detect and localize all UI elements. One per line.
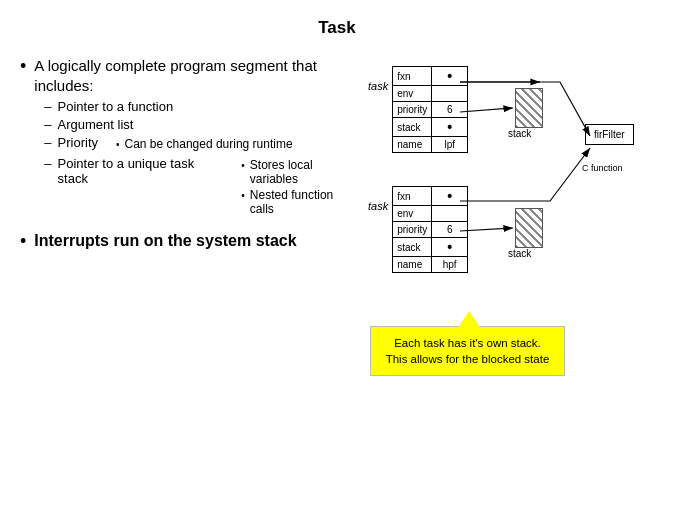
right-column: task fxn • env priority 6 [360, 56, 654, 263]
sub-sub-item-3-1-text: Can be changed during runtime [125, 137, 293, 151]
task1-name-val: lpf [432, 137, 468, 153]
task2-row-name: name hpf [393, 257, 468, 273]
task2-priority-label: priority [393, 222, 432, 238]
task2-fxn-label: fxn [393, 187, 432, 206]
task1-row-name: name lpf [393, 137, 468, 153]
sub-sub-item-3-1: Can be changed during runtime [98, 137, 293, 151]
item-2-text: Interrupts run on the system stack [34, 231, 296, 252]
task2-name-val: hpf [432, 257, 468, 273]
sub-sub-item-4-1-text: Stores local variables [250, 158, 360, 186]
task2-table: fxn • env priority 6 stack [392, 186, 468, 273]
stack1-hatch [515, 88, 543, 128]
sub-item-1-4: Pointer to a unique task stack Stores lo… [34, 156, 360, 218]
sub-item-1-2-text: Argument list [58, 117, 134, 132]
task1-row-env: env [393, 86, 468, 102]
task1-name-label: name [393, 137, 432, 153]
task1-row-stack: stack • [393, 118, 468, 137]
sub-item-1-4-text: Pointer to a unique task stack [58, 156, 224, 186]
task1-priority-label: priority [393, 102, 432, 118]
task1-stack-label: stack [393, 118, 432, 137]
task2-fxn-val: • [432, 187, 468, 206]
fir-box: firFilter [585, 124, 634, 145]
item-1-text: A logically complete program segment tha… [34, 57, 317, 94]
task2-name-label: name [393, 257, 432, 273]
stack1-label: stack [508, 128, 531, 139]
task1-row-priority: priority 6 [393, 102, 468, 118]
stack2-hatch [515, 208, 543, 248]
fir-box-label: firFilter [594, 129, 625, 140]
task2-env-label: env [393, 206, 432, 222]
callout-box: Each task has it's own stack. This allow… [370, 326, 565, 376]
item-1-content: A logically complete program segment tha… [34, 56, 360, 221]
task1-stack-val: • [432, 118, 468, 137]
left-column: • A logically complete program segment t… [20, 56, 360, 263]
task2-label: task [368, 200, 388, 212]
sub-sub-list-3: Can be changed during runtime [98, 137, 293, 153]
task2-stack-label: stack [393, 238, 432, 257]
callout-arrow [457, 311, 481, 329]
stack2-visual [515, 208, 543, 251]
sub-item-1-3-text: Priority [58, 135, 98, 150]
sub-item-1-3: Priority Can be changed during runtime [34, 135, 360, 153]
task1-block: task fxn • env priority 6 [368, 66, 468, 153]
content-area: • A logically complete program segment t… [20, 56, 654, 263]
task2-row-fxn: fxn • [393, 187, 468, 206]
list-item-2: • Interrupts run on the system stack [20, 231, 360, 253]
task1-table: fxn • env priority 6 stack [392, 66, 468, 153]
sub-list-1: Pointer to a function Argument list Prio… [34, 99, 360, 218]
sub-item-1-1-text: Pointer to a function [58, 99, 174, 114]
main-list: • A logically complete program segment t… [20, 56, 360, 253]
sub-sub-list-4: Stores local variables Nested function c… [223, 158, 360, 218]
slide-title: Task [20, 18, 654, 38]
sub-item-1-1: Pointer to a function [34, 99, 360, 114]
task1-env-label: env [393, 86, 432, 102]
task1-label: task [368, 80, 388, 92]
sub-item-1-2: Argument list [34, 117, 360, 132]
sub-sub-item-4-1: Stores local variables [223, 158, 360, 186]
bullet-1: • [20, 56, 26, 78]
task2-env-val [432, 206, 468, 222]
bullet-2: • [20, 231, 26, 253]
list-item-1: • A logically complete program segment t… [20, 56, 360, 221]
task2-row-stack: stack • [393, 238, 468, 257]
task2-stack-val: • [432, 238, 468, 257]
task2-block: task fxn • env priority 6 [368, 186, 468, 273]
c-function-label: C function [582, 163, 623, 173]
task2-priority-val: 6 [432, 222, 468, 238]
sub-sub-item-4-2: Nested function calls [223, 188, 360, 216]
callout-text: Each task has it's own stack. This allow… [386, 337, 550, 365]
stack1-visual [515, 88, 543, 131]
task1-fxn-val: • [432, 67, 468, 86]
task1-env-val [432, 86, 468, 102]
sub-sub-item-4-2-text: Nested function calls [250, 188, 360, 216]
slide: Task • A logically complete program segm… [0, 0, 674, 506]
task1-priority-val: 6 [432, 102, 468, 118]
task2-row-env: env [393, 206, 468, 222]
diagram: task fxn • env priority 6 [360, 56, 670, 476]
stack2-label: stack [508, 248, 531, 259]
task2-row-priority: priority 6 [393, 222, 468, 238]
task1-row-fxn: fxn • [393, 67, 468, 86]
task1-fxn-label: fxn [393, 67, 432, 86]
